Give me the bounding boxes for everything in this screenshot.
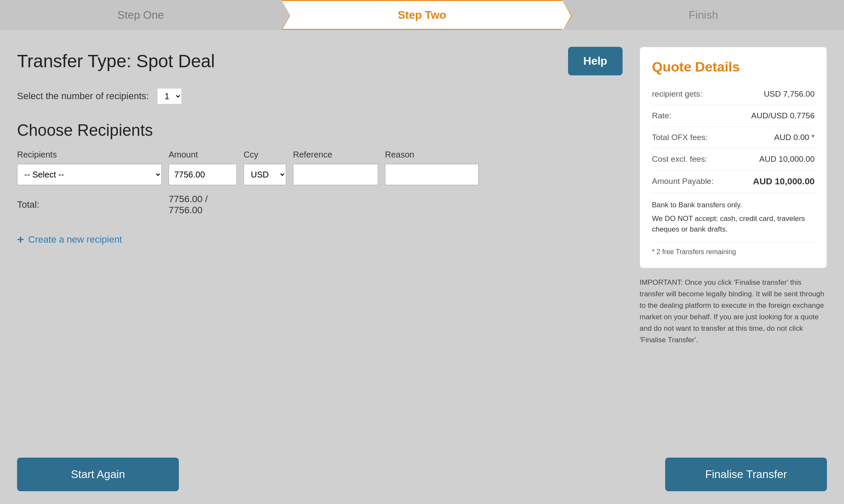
step-two-arrow	[563, 1, 571, 31]
progress-bar: Step One Step Two Finish	[0, 0, 844, 30]
finish-label: Finish	[689, 9, 718, 22]
right-panel: Quote Details recipient gets: USD 7,756.…	[640, 47, 827, 428]
quote-row-2: Total OFX fees: AUD 0.00 *	[652, 127, 815, 149]
quote-details: Quote Details recipient gets: USD 7,756.…	[640, 47, 827, 268]
quote-value-4: AUD 10,000.00	[753, 176, 815, 186]
quote-value-2: AUD 0.00 *	[774, 133, 815, 142]
quote-notes: Bank to Bank transfers only. We DO NOT a…	[652, 200, 815, 235]
transfer-header: Transfer Type: Spot Deal Help	[17, 47, 623, 75]
quote-note-1: Bank to Bank transfers only.	[652, 200, 815, 211]
recipient-row: -- Select -- USD AUD EUR GBP	[17, 164, 623, 185]
quote-note-2: We DO NOT accept: cash, credit card, tra…	[652, 213, 815, 235]
step-one[interactable]: Step One	[0, 0, 281, 30]
left-panel: Transfer Type: Spot Deal Help Select the…	[17, 47, 623, 428]
recipient-select[interactable]: -- Select --	[17, 164, 162, 185]
choose-recipients-title: Choose Recipients	[17, 121, 623, 140]
finish-step[interactable]: Finish	[563, 0, 844, 30]
amount-input[interactable]	[169, 164, 237, 185]
total-row: Total: 7756.00 / 7756.00	[17, 194, 623, 216]
step-two[interactable]: Step Two	[281, 0, 563, 30]
main-content: Transfer Type: Spot Deal Help Select the…	[0, 30, 844, 445]
quote-value-1: AUD/USD 0.7756	[751, 111, 815, 120]
col-header-recipients: Recipients	[17, 150, 162, 160]
transfer-title: Transfer Type: Spot Deal	[17, 51, 215, 72]
total-value: 7756.00 / 7756.00	[169, 194, 237, 216]
start-again-button[interactable]: Start Again	[17, 458, 179, 491]
quote-value-3: AUD 10,000.00	[759, 155, 815, 164]
quote-title: Quote Details	[652, 59, 815, 75]
col-header-ccy: Ccy	[244, 150, 286, 160]
column-headers: Recipients Amount Ccy Reference Reason	[17, 150, 623, 160]
quote-row-1: Rate: AUD/USD 0.7756	[652, 105, 815, 127]
quote-label-0: recipient gets:	[652, 89, 702, 99]
recipients-count-select[interactable]: 1 2 3	[157, 88, 182, 104]
step-one-arrow	[281, 0, 290, 30]
col-header-amount: Amount	[169, 150, 237, 160]
create-recipient-link[interactable]: + Create a new recipient	[17, 233, 623, 246]
step-one-label: Step One	[117, 9, 164, 22]
quote-value-0: USD 7,756.00	[764, 89, 815, 99]
finalise-transfer-button[interactable]: Finalise Transfer	[665, 458, 827, 491]
quote-label-4: Amount Payable:	[652, 177, 714, 186]
quote-label-1: Rate:	[652, 111, 671, 120]
col-header-reason: Reason	[385, 150, 479, 160]
total-label: Total:	[17, 199, 162, 210]
ccy-select[interactable]: USD AUD EUR GBP	[244, 164, 286, 185]
help-button[interactable]: Help	[568, 47, 623, 75]
step-two-label: Step Two	[398, 9, 446, 22]
reason-input[interactable]	[385, 164, 479, 185]
important-notice: IMPORTANT: Once you click 'Finalise tran…	[640, 277, 827, 346]
reference-input[interactable]	[293, 164, 378, 185]
quote-row-3: Cost excl. fees: AUD 10,000.00	[652, 149, 815, 170]
col-header-reference: Reference	[293, 150, 378, 160]
free-transfers: * 2 free Transfers remaining	[652, 242, 815, 256]
quote-row-4: Amount Payable: AUD 10,000.00	[652, 170, 815, 193]
bottom-actions: Start Again Finalise Transfer	[0, 445, 844, 504]
quote-label-3: Cost excl. fees:	[652, 155, 707, 164]
quote-label-2: Total OFX fees:	[652, 133, 708, 142]
recipients-count-label: Select the number of recipients:	[17, 91, 149, 102]
plus-icon: +	[17, 233, 24, 246]
quote-row-0: recipient gets: USD 7,756.00	[652, 83, 815, 105]
create-recipient-label: Create a new recipient	[28, 234, 122, 245]
recipients-count-row: Select the number of recipients: 1 2 3	[17, 88, 623, 104]
